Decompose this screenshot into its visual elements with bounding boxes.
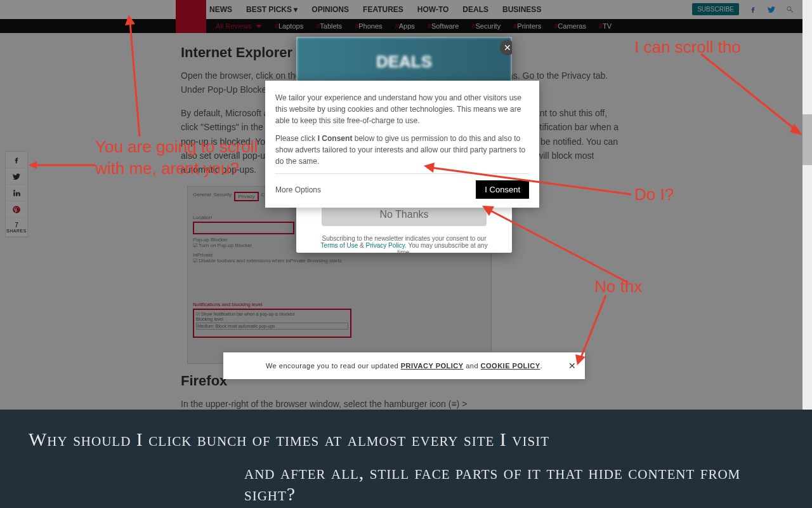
more-options-link[interactable]: More Options (275, 185, 321, 194)
newsletter-hero: DEALS (296, 37, 512, 86)
policy-notice-bar: We encourage you to read our updated PRI… (223, 352, 585, 379)
annotation-arrow (25, 156, 102, 175)
svg-marker-12 (575, 354, 586, 365)
annotation-text: You are going to scroll with me, arent y… (95, 137, 260, 180)
annotation-arrow (571, 292, 615, 368)
svg-line-11 (580, 295, 606, 359)
svg-marker-2 (29, 161, 37, 169)
annotation-text: No thx (594, 276, 642, 298)
annotation-text: I can scroll tho (634, 37, 741, 58)
annotation-text: Do I? (634, 184, 674, 206)
svg-line-9 (488, 210, 628, 283)
privacy-link[interactable]: Privacy Policy (366, 242, 405, 249)
terms-link[interactable]: Terms of Use (320, 242, 358, 249)
caption-line: and after all, still face parts of it th… (244, 462, 783, 505)
svg-line-5 (701, 54, 796, 130)
annotation-arrow (698, 51, 806, 140)
consent-text: Please click I Consent below to give us … (275, 133, 529, 167)
svg-line-3 (130, 22, 140, 137)
annotation-arrow (479, 190, 638, 286)
privacy-policy-link[interactable]: PRIVACY POLICY (401, 362, 464, 370)
close-icon[interactable]: ✕ (500, 40, 512, 55)
consent-text: We tailor your experience and understand… (275, 92, 529, 126)
caption-panel: Why should I click bunch of times at alm… (0, 410, 812, 508)
cookie-policy-link[interactable]: COOKIE POLICY (481, 362, 540, 370)
svg-marker-4 (125, 15, 135, 25)
annotation-arrow (114, 13, 152, 140)
caption-line: Why should I click bunch of times at alm… (29, 429, 783, 450)
svg-marker-8 (424, 163, 435, 173)
